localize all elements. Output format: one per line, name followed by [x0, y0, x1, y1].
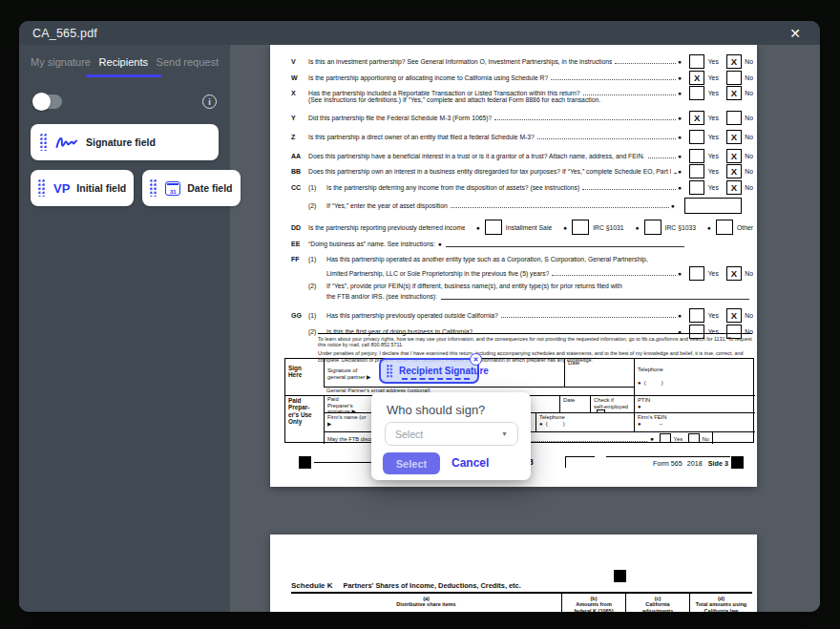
tab-send-request[interactable]: Send request	[155, 45, 220, 78]
info-icon[interactable]: i	[202, 94, 217, 109]
tab-recipients[interactable]: Recipients	[97, 45, 150, 78]
option-label: IRC §1031	[593, 224, 624, 232]
bullet-icon: ●	[636, 224, 640, 232]
question-letter: Y	[291, 115, 308, 122]
select-button[interactable]: Select	[383, 452, 440, 474]
schedule-k-column-a: (a)Distributive share items	[291, 594, 561, 612]
bullet-icon: ●	[678, 134, 682, 141]
date-cell: Date	[564, 359, 634, 387]
checkbox	[660, 433, 671, 444]
form-row-13: Limited Partnership, LLC or Sole Proprie…	[270, 266, 753, 278]
yes-label: Yes	[708, 168, 719, 176]
question-text: (See instructions for definitions.) If “…	[308, 96, 600, 104]
no-checkbox: X	[726, 130, 742, 144]
yes-label: Yes	[708, 74, 719, 82]
drag-handle-icon	[150, 179, 158, 197]
question-letter: CC	[291, 184, 308, 192]
yes-label: Yes	[708, 184, 719, 192]
yes-label: Yes	[708, 58, 719, 66]
toggle-knob	[32, 93, 51, 111]
question-subnumber: (1)	[308, 312, 326, 320]
question-letter: V	[291, 58, 308, 66]
remove-field-icon[interactable]: ✕	[470, 353, 482, 366]
schedule-k-header: (a)Distributive share items(b)Amounts fr…	[291, 594, 752, 612]
schedule-k-title: Schedule K Partners' Shares of Income, D…	[291, 581, 521, 590]
close-icon[interactable]: ✕	[789, 27, 801, 40]
yes-checkbox: X	[689, 111, 704, 125]
yes-checkbox	[689, 164, 704, 178]
signature-field-label: Signature field	[86, 136, 156, 148]
form-row-AA: AADoes this partnership have a beneficia…	[270, 149, 753, 160]
bullet-icon: ●	[678, 168, 682, 176]
question-letter: EE	[291, 241, 308, 248]
schedule-k-column-c: (c)Californiaadjustments	[625, 594, 689, 612]
yes-checkbox: X	[689, 71, 704, 85]
field-card-row: VP Initial field 31 Date field	[31, 170, 219, 206]
app-window: CA_565.pdf ✕ My signature Recipients Sen…	[19, 21, 820, 612]
who-should-sign-modal: Who should sign? Select ▼ Select Cancel	[371, 392, 531, 480]
drag-handle-icon	[387, 365, 393, 378]
question-text: If “Yes,” enter the year of asset dispos…	[326, 202, 448, 210]
no-checkbox: X	[726, 308, 742, 323]
pdf-page-2[interactable]: Schedule K Partners' Shares of Income, D…	[270, 535, 757, 612]
no-label: No	[745, 74, 753, 82]
question-text: Is this an investment partnership? See G…	[308, 58, 612, 66]
fill-in-line	[441, 299, 749, 300]
signer-select-dropdown[interactable]: Select ▼	[385, 422, 518, 446]
yes-checkbox	[689, 54, 704, 69]
calendar-icon: 31	[165, 181, 180, 196]
schedule-k-column-d: (d)Total amounts usingCalifornia law	[689, 594, 752, 612]
deferred-income-option: ●IRC §1031	[563, 220, 623, 232]
bullet-icon: ●	[438, 241, 442, 248]
dotted-leader	[501, 317, 676, 318]
form-id: Form 5652018Side 3	[595, 459, 728, 468]
question-text: Is the partnership apportioning or alloc…	[308, 74, 548, 82]
recipient-signature-field[interactable]: Recipient Signature ✕	[379, 358, 479, 384]
option-label: Other	[737, 224, 753, 232]
tab-my-signature[interactable]: My signature	[29, 45, 93, 78]
dotted-leader	[494, 119, 676, 120]
year-input-box	[684, 198, 742, 214]
form-row-GG: GG(1)Has this partnership previously ope…	[270, 308, 753, 320]
question-subnumber: (1)	[308, 256, 326, 263]
form-row-BB: BBDoes this partnership own an interest …	[270, 164, 753, 176]
initial-field-card[interactable]: VP Initial field	[31, 170, 134, 206]
signature-icon	[55, 136, 78, 149]
no-label: No	[745, 58, 753, 66]
bullet-icon: ●	[678, 312, 682, 320]
registration-square	[731, 456, 744, 469]
date-field-card[interactable]: 31 Date field	[142, 170, 240, 206]
question-text: Does this partnership have a beneficial …	[308, 153, 645, 160]
firm-fein-cell: Firm's FEIN ● –	[634, 412, 755, 431]
bullet-icon: ●	[678, 184, 682, 192]
form-row-(2): (2)If “Yes”, provide prior FEIN(s) if di…	[270, 283, 753, 290]
no-label: No	[745, 115, 753, 122]
no-label: No	[745, 168, 753, 176]
toggle-row: i	[19, 78, 230, 109]
firm-telephone-cell: Telephone ● ( )	[536, 412, 634, 431]
no-checkbox: X	[726, 266, 742, 281]
question-letter: DD	[291, 224, 308, 232]
recipient-toggle[interactable]	[33, 94, 62, 109]
dotted-leader	[451, 207, 669, 208]
form-row-3: (See instructions for definitions.) If “…	[270, 96, 753, 104]
no-label: No	[745, 184, 753, 192]
yes-label: Yes	[708, 115, 719, 122]
schedule-k-column-b: (b)Amounts fromfederal K (1065)	[561, 594, 625, 612]
form-row-FF: FF(1)Has this partnership operated as an…	[270, 256, 753, 263]
form-row-V: VIs this an investment partnership? See …	[270, 54, 753, 66]
bullet-icon: ●	[678, 270, 682, 278]
drag-handle-icon	[38, 179, 46, 197]
yes-label: Yes	[708, 312, 719, 320]
no-checkbox: X	[726, 180, 742, 195]
drag-handle-icon	[40, 134, 48, 151]
signature-field-card[interactable]: Signature field	[31, 124, 219, 160]
question-text: Limited Partnership, LLC or Sole Proprie…	[326, 270, 549, 278]
corner-bracket	[565, 456, 595, 468]
question-text: Does this partnership own an interest in…	[308, 168, 671, 176]
form-row-W: WIs the partnership apportioning or allo…	[270, 71, 753, 82]
registration-square	[614, 570, 626, 582]
cancel-button[interactable]: Cancel	[452, 456, 489, 470]
sidebar: My signature Recipients Send request i S…	[19, 45, 230, 612]
signature-line	[402, 378, 470, 380]
